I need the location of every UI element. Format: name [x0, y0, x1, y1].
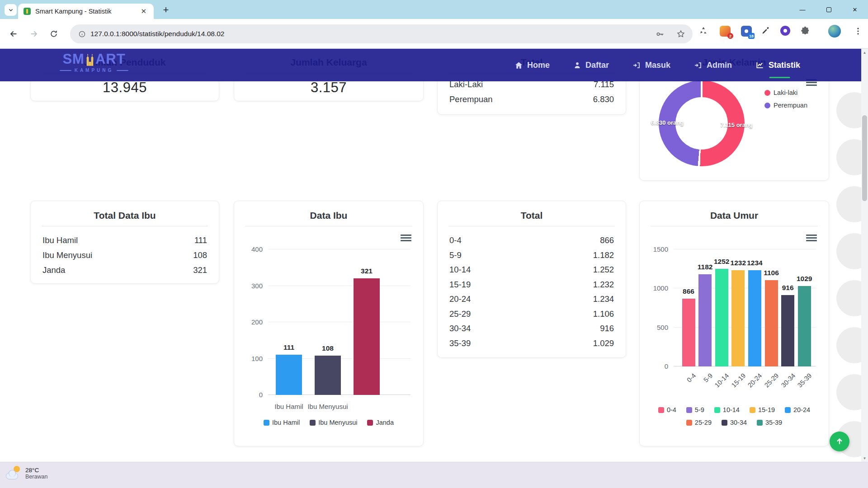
nav-label: Admin [707, 61, 732, 70]
legend-item[interactable]: 10-14 [714, 406, 740, 413]
bar-Janda[interactable] [354, 278, 380, 395]
window-close-button[interactable]: ✕ [842, 0, 868, 19]
bar-30-34[interactable] [781, 295, 794, 366]
chart-menu-icon[interactable] [806, 235, 817, 241]
home-icon [514, 61, 523, 70]
logo-text-art: ART [95, 52, 126, 66]
browser-tab[interactable]: Smart Kampung - Statistik ✕ [18, 4, 154, 19]
legend-item[interactable]: 5-9 [686, 406, 704, 413]
nav-item-statistik[interactable]: Statistik [755, 49, 800, 81]
legend-item[interactable]: Laki-laki [764, 88, 807, 97]
legend-item[interactable]: 15-19 [750, 406, 775, 413]
tab-close-icon[interactable]: ✕ [139, 6, 148, 16]
extension-purple-icon[interactable] [780, 26, 790, 36]
logo-dash [117, 70, 128, 71]
eyedropper-icon[interactable] [761, 26, 770, 37]
nav-item-admin[interactable]: Admin [694, 49, 732, 81]
window-maximize-button[interactable] [816, 0, 842, 19]
forward-button[interactable] [27, 27, 41, 41]
row-value: 1.182 [593, 250, 614, 260]
legend-label: Laki-laki [774, 89, 797, 96]
password-key-icon[interactable] [655, 29, 665, 39]
url-bar[interactable]: 127.0.0.1:8000/statistik/penduduk/14.08.… [70, 24, 693, 43]
scrollbar-up-icon[interactable]: ▲ [861, 49, 868, 56]
y-axis-labels: 0100200300400 [238, 249, 263, 395]
bookmark-star-icon[interactable] [676, 29, 685, 38]
site-info-icon[interactable] [78, 30, 86, 38]
extensions-puzzle-icon[interactable] [800, 26, 810, 38]
legend-item[interactable]: 30-34 [722, 419, 747, 426]
y-tick-label: 300 [251, 282, 263, 290]
data-ibu-chart-card: Data Ibu 0100200300400 111108321 Ibu Ham… [234, 201, 424, 446]
legend-label: Ibu Hamil [272, 419, 300, 426]
arrow-up-icon [835, 437, 844, 446]
bar-5-9[interactable] [698, 274, 712, 366]
scrollbar-thumb[interactable] [862, 115, 867, 201]
taskbar-weather-widget[interactable]: 28°C Berawan [5, 465, 47, 481]
profile-avatar[interactable] [828, 25, 841, 38]
tab-search-button[interactable] [5, 4, 17, 16]
legend-swatch [658, 407, 664, 413]
nav-item-home[interactable]: Home [514, 49, 550, 81]
bar-15-19[interactable] [731, 270, 745, 366]
table-row: 15-191.232 [449, 277, 614, 292]
bar-Ibu Menyusui[interactable] [315, 356, 341, 395]
legend-swatch [764, 90, 770, 96]
x-tick-label: 35-39 [796, 372, 813, 389]
extension-recycle-icon[interactable] [698, 26, 708, 38]
legend-label: 0-4 [667, 406, 676, 413]
bar-value-label: 866 [683, 287, 694, 296]
table-row: 5-91.182 [449, 248, 614, 263]
legend-item[interactable]: Janda [367, 419, 394, 426]
data-umur-chart-card: Data Umur 050010001500 86611821252123212… [639, 201, 829, 446]
page-scrollbar[interactable]: ▲ ▼ [861, 49, 868, 462]
gridline [674, 249, 816, 249]
chart-menu-icon[interactable] [401, 235, 411, 241]
bar-35-39[interactable] [798, 286, 811, 366]
smart-kampung-logo[interactable]: SM ART KAMPUNG [53, 52, 135, 73]
reload-button[interactable] [47, 27, 61, 41]
nav-item-daftar[interactable]: Daftar [573, 49, 609, 81]
forward-icon [29, 29, 39, 39]
scrollbar-down-icon[interactable]: ▼ [861, 455, 868, 462]
browser-menu-kebab-icon[interactable] [854, 26, 863, 38]
weather-cloud-sun-icon [5, 465, 22, 481]
bar-25-29[interactable] [765, 280, 778, 366]
x-tick-label: Ibu Menyusui [307, 403, 348, 410]
legend-item[interactable]: 25-29 [686, 419, 712, 426]
extension-mail-icon[interactable]: 2 [720, 26, 731, 37]
logo-dash [60, 70, 71, 71]
legend-item[interactable]: 35-39 [757, 419, 782, 426]
site-navbar: SM ART KAMPUNG [0, 49, 868, 81]
new-tab-button[interactable]: + [159, 3, 173, 17]
legend-label: 35-39 [765, 419, 782, 426]
legend-swatch [757, 420, 763, 426]
row-value: 111 [194, 235, 207, 245]
bar-10-14[interactable] [715, 269, 728, 366]
nav-item-masuk[interactable]: Masuk [632, 49, 670, 81]
window-minimize-button[interactable]: — [789, 0, 816, 19]
y-tick-label: 100 [251, 355, 263, 362]
x-tick-label: 5-9 [702, 372, 714, 384]
row-label: 10-14 [449, 265, 471, 275]
card-title: Total Data Ibu [31, 201, 219, 221]
x-axis-labels: Ibu HamilIbu Menyusui [268, 401, 410, 412]
row-value: 1.029 [593, 338, 614, 348]
bar-value-label: 108 [322, 344, 334, 352]
legend-item[interactable]: 0-4 [658, 406, 676, 413]
login-icon [632, 61, 641, 70]
legend-item[interactable]: Ibu Menyusui [310, 419, 357, 426]
legend-item[interactable]: Ibu Hamil [264, 419, 300, 426]
legend-swatch [785, 407, 791, 413]
legend-item[interactable]: 20-24 [785, 406, 810, 413]
bar-0-4[interactable] [682, 299, 695, 366]
bar-Ibu Hamil[interactable] [276, 355, 302, 395]
extension-blue-icon[interactable]: 18 [741, 26, 752, 37]
table-row: 10-141.252 [449, 263, 614, 277]
bar-20-24[interactable] [748, 270, 761, 366]
scroll-top-button[interactable] [830, 432, 849, 451]
legend-item[interactable]: Perempuan [764, 101, 807, 110]
nav-items: Home Daftar Masuk Admin Statistik [514, 49, 800, 81]
x-tick-label: 30-34 [779, 372, 797, 389]
back-button[interactable] [6, 27, 21, 41]
